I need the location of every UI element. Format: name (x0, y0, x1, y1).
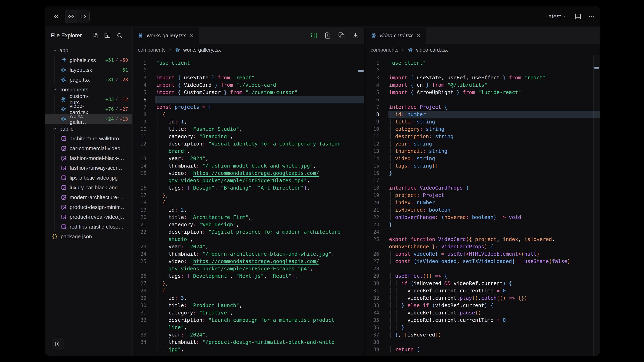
line-number: 22 (132, 228, 146, 236)
line-number (132, 324, 146, 331)
line-number: 15 (132, 170, 146, 177)
tree-file[interactable]: product-reveal-video.j… (45, 212, 132, 222)
file-diff-button[interactable] (324, 32, 331, 39)
code-text: │ onHoverChange: (hovered: boolean) => v… (388, 214, 600, 221)
react-icon (407, 47, 414, 52)
code-line: 19│ │ id: 2, (132, 206, 364, 214)
tree-file[interactable]: {}package.json (45, 232, 132, 241)
tab-works-gallery[interactable]: works-gallery.tsx (132, 27, 200, 44)
line-number: 24 (132, 250, 146, 258)
diff-badge: +51/-50 (105, 57, 132, 63)
right-tabbar: video-card.tsx (365, 27, 600, 44)
line-number: 3 (365, 74, 379, 81)
line-number: 13 (132, 155, 146, 162)
code-toggle-button[interactable] (78, 10, 90, 23)
line-number: 11 (365, 133, 379, 140)
tree-file[interactable]: layout.tsx+51 (45, 65, 132, 75)
more-options-button[interactable] (588, 13, 595, 20)
tab-label: video-card.tsx (380, 32, 413, 39)
tree-file[interactable]: fashion-runway-scen… (45, 163, 132, 173)
chevron-down-icon (52, 48, 57, 53)
scrollbar-thumb[interactable] (594, 67, 599, 68)
line-number: 29 (365, 272, 379, 280)
tree-folder-public[interactable]: public (45, 124, 132, 134)
tree-file[interactable]: luxury-car-black-and-… (45, 183, 132, 192)
file-tree: appglobals.css+51/-50layout.tsx+51page.t… (45, 44, 132, 241)
image-icon (61, 146, 67, 151)
tree-file[interactable]: lips-artistic-video.jpg (45, 173, 132, 183)
tab-video-card[interactable]: video-card.tsx (365, 27, 426, 44)
new-file-button[interactable] (92, 32, 98, 38)
code-text: "use client" (156, 59, 364, 67)
ellipsis-icon (588, 13, 595, 20)
preview-toggle-button[interactable] (65, 10, 78, 23)
collapse-panel-button[interactable] (51, 12, 61, 21)
code-text: │ │ description: "Visual identity for a … (156, 140, 364, 148)
code-text: │ }, (156, 192, 364, 199)
code-text: │ useEffect(() => { (388, 272, 600, 280)
breadcrumb-folder[interactable]: components (370, 47, 398, 53)
line-number: 30 (132, 302, 146, 309)
chevron-down-icon (52, 87, 57, 92)
code-line: 21│ │ category: "Web Design", (132, 221, 364, 228)
code-line: 32│ │ description: "Launch campaign for … (132, 317, 364, 324)
breadcrumb-folder[interactable]: components (138, 47, 166, 53)
code-line: 6 (365, 96, 600, 103)
line-number (132, 346, 146, 353)
tree-folder-app[interactable]: app (45, 45, 132, 55)
code-text: │ │ id: 1, (156, 118, 364, 125)
editor-window: Latest (45, 6, 600, 356)
download-icon (352, 32, 359, 39)
tree-indent-guide (54, 94, 55, 124)
tree-file[interactable]: globals.css+51/-50 (45, 55, 132, 65)
scrollbar-thumb[interactable] (358, 70, 364, 72)
code-text: import { ArrowUpRight } from "lucide-rea… (388, 89, 600, 96)
tree-file[interactable]: page.tsx+81/-28 (45, 75, 132, 85)
code-text: │ thumbnail: string (388, 148, 600, 155)
tree-file[interactable]: red-lips-artistic-close… (45, 222, 132, 232)
code-editor-right[interactable]: 1"use client"23import { useState, useRef… (365, 55, 600, 356)
code-line: 28 (365, 265, 600, 272)
line-number: 28 (132, 287, 146, 295)
code-text: import { cn } from "@/lib/utils" (388, 81, 600, 89)
tree-file[interactable]: fashion-model-black-… (45, 153, 132, 163)
review-changes-button[interactable] (310, 32, 317, 39)
code-editor-left[interactable]: 1"use client"23import { useState } from … (132, 55, 364, 356)
code-line: 30│ │ if (isHovered && videoRef.current)… (365, 280, 600, 287)
download-button[interactable] (352, 32, 359, 39)
chevron-down-icon (52, 126, 57, 131)
code-text: │ │ tags: ["Development", "Next.js", "Re… (156, 272, 364, 280)
code-line: 21│ isHovered: boolean (365, 206, 600, 214)
breadcrumb-file: works-gallery.tsx (183, 47, 221, 53)
line-number: 26 (365, 250, 379, 258)
code-line: 13│ thumbnail: string (365, 148, 600, 155)
line-number: 21 (132, 221, 146, 228)
close-tab-icon[interactable] (189, 33, 194, 38)
code-text: import { useState, useRef, useEffect } f… (388, 74, 600, 81)
code-text: │ title: string (388, 118, 600, 125)
panel-bottom-button[interactable] (575, 13, 581, 20)
copy-button[interactable] (338, 32, 345, 39)
tree-file[interactable]: modern-architecture-… (45, 192, 132, 202)
scrollbar-track[interactable] (593, 55, 600, 356)
tree-file[interactable]: works-galler…+24/-13 (45, 114, 132, 124)
new-folder-button[interactable] (104, 32, 110, 38)
tree-file[interactable]: architecture-walkthro… (45, 134, 132, 143)
search-files-button[interactable] (116, 32, 123, 38)
close-tab-icon[interactable] (416, 33, 421, 38)
code-line: 32│ │ │ videoRef.current.play().catch(()… (365, 295, 600, 302)
line-number: 20 (132, 214, 146, 221)
folder-label: components (60, 86, 88, 93)
line-number: 2 (365, 67, 379, 74)
version-dropdown[interactable]: Latest (546, 13, 568, 20)
chevron-right-icon (401, 48, 405, 52)
tree-file[interactable]: product-design-minim… (45, 202, 132, 212)
line-number: 3 (132, 74, 146, 81)
code-line: 10│ category: string (365, 125, 600, 133)
line-number: 11 (132, 133, 146, 140)
folder-label: app (60, 47, 68, 54)
collapse-sidebar-button[interactable] (52, 338, 64, 350)
tree-file[interactable]: car-commercial-video… (45, 143, 132, 153)
code-line: 16│ │ tags: ["Design", "Branding", "Art … (132, 184, 364, 192)
code-line: 15│ tags: string[] (365, 162, 600, 170)
